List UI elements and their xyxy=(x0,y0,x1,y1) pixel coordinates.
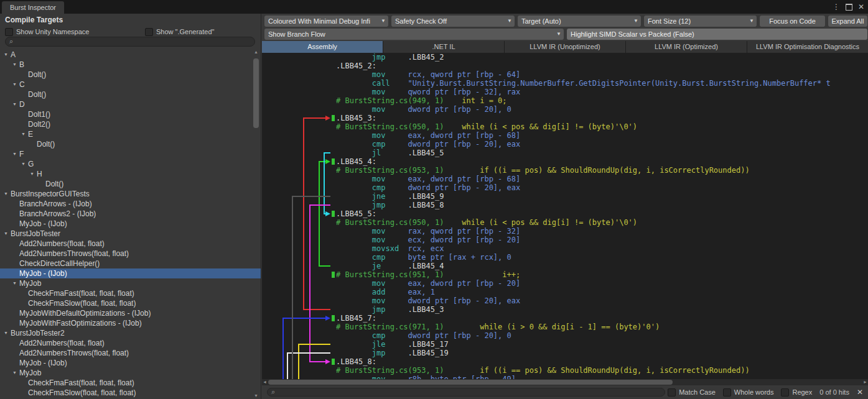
tree-item[interactable]: CheckFmaSlow(float, float, float) xyxy=(0,298,261,308)
show-unity-namespace-toggle[interactable]: Show Unity Namespace xyxy=(5,28,145,36)
tree-item[interactable]: ▼BurstJobTester xyxy=(0,229,261,239)
tree-item[interactable]: MyJob - (IJob) xyxy=(0,219,261,229)
foldout-arrow-icon[interactable]: ▼ xyxy=(30,169,37,179)
tree-item[interactable]: ▼D xyxy=(0,99,261,109)
tree-item[interactable]: Dolt() xyxy=(0,89,261,99)
scroll-down-icon[interactable]: ▼ xyxy=(252,393,260,398)
code-search-field[interactable]: ⌕ xyxy=(267,388,665,397)
tree-item-label: D xyxy=(19,99,25,109)
tree-item[interactable]: ▼B xyxy=(0,60,261,70)
view-tab[interactable]: LLVM IR (Optimized) xyxy=(626,41,747,53)
match-case-toggle[interactable]: Match Case xyxy=(668,388,716,397)
tree-item[interactable]: ▼MyJob xyxy=(0,278,261,288)
target-dropdown[interactable]: Target (Auto) ▼ xyxy=(518,16,641,27)
tree-item[interactable]: Dolt() xyxy=(0,139,261,149)
regex-toggle[interactable]: Regex xyxy=(781,388,812,397)
checkbox-icon[interactable] xyxy=(781,388,789,397)
tree-item[interactable]: Dolt() xyxy=(0,179,261,189)
tree-item[interactable]: Dolt() xyxy=(0,70,261,80)
tree-item[interactable]: ▼F xyxy=(0,149,261,159)
tree-item[interactable]: CheckFmaFast(float, float, float) xyxy=(0,378,261,388)
debug-information-dropdown[interactable]: Coloured With Minimal Debug Infi ▼ xyxy=(264,16,388,27)
foldout-arrow-icon[interactable]: ▼ xyxy=(12,60,19,70)
foldout-arrow-icon[interactable]: ▼ xyxy=(12,149,19,159)
foldout-arrow-icon[interactable]: ▼ xyxy=(4,328,11,338)
foldout-arrow-icon[interactable]: ▼ xyxy=(4,229,11,239)
tree-item-label: MyJob - (IJob) xyxy=(19,219,67,229)
tree-item[interactable]: ▼BurstInspectorGUITests xyxy=(0,189,261,199)
foldout-arrow-icon[interactable]: ▼ xyxy=(4,189,11,199)
tree-item[interactable]: ▼E xyxy=(0,129,261,139)
window-menu-icon[interactable]: ⋮ xyxy=(833,3,840,11)
tree-scrollbar[interactable]: ▲ ▼ xyxy=(252,50,260,398)
checkbox-icon[interactable] xyxy=(145,28,153,36)
whole-words-toggle[interactable]: Whole words xyxy=(723,388,774,397)
view-tab[interactable]: Assembly xyxy=(262,41,383,53)
horizontal-scrollbar-thumb[interactable] xyxy=(268,380,673,385)
tree-item[interactable]: ▼A xyxy=(0,50,261,60)
tree-item[interactable]: MyJob - (IJob) xyxy=(0,358,261,368)
font-size-dropdown[interactable]: Font Size (12) ▼ xyxy=(644,16,757,27)
code-line: .LBB45_2: xyxy=(336,62,868,70)
tree-item[interactable]: CheckDirectCallHelper() xyxy=(0,259,261,268)
tree-item[interactable]: MyJob - (IJob) xyxy=(0,268,261,278)
tree-item[interactable]: Add2Numbers(float, float) xyxy=(0,239,261,249)
foldout-arrow-icon[interactable]: ▼ xyxy=(21,129,28,139)
tree-item[interactable]: CheckFmaSlow(float, float, float) xyxy=(0,388,261,398)
scroll-up-icon[interactable]: ▲ xyxy=(252,50,260,54)
tree-item[interactable]: Add2NumbersThrows(float, float) xyxy=(0,348,261,358)
code-line: mov eax, dword ptr [rbp - 68] xyxy=(336,175,868,183)
assembly-code-view[interactable]: jmp .LBB45_2.LBB45_2: mov rcx, qword ptr… xyxy=(262,53,868,379)
tree-item[interactable]: Dolt1() xyxy=(0,109,261,119)
checkbox-icon[interactable] xyxy=(5,28,13,36)
show-branch-flow-dropdown[interactable]: Show Branch Flow ▼ xyxy=(264,29,564,40)
tree-item[interactable]: CheckFmaFast(float, float, float) xyxy=(0,288,261,298)
foldout-arrow-icon[interactable]: ▼ xyxy=(12,99,19,109)
tree-item[interactable]: MyJobWithDefaultOptimizations - (IJob) xyxy=(0,308,261,318)
search-icon: ⌕ xyxy=(271,388,275,395)
scroll-right-icon[interactable]: ► xyxy=(863,379,867,385)
highlight-simd-button[interactable]: Highlight SIMD Scalar vs Packed (False) xyxy=(567,29,867,40)
window-tab-burst-inspector[interactable]: Burst Inspector xyxy=(2,1,64,14)
code-line: mov eax, dword ptr [rbp - 68] xyxy=(336,131,868,140)
tree-item[interactable]: Add2NumbersThrows(float, float) xyxy=(0,249,261,259)
tree-item[interactable]: ▼C xyxy=(0,80,261,89)
tree-item-label: Dolt1() xyxy=(28,109,50,119)
view-tab[interactable]: .NET IL xyxy=(383,41,505,53)
code-line: jmp .LBB45_3 xyxy=(336,305,868,314)
tree-scrollbar-thumb[interactable] xyxy=(253,58,259,128)
tree-item[interactable]: ▼BurstJobTester2 xyxy=(0,328,261,338)
tree-item[interactable]: MyJobWithFastOptimizations - (IJob) xyxy=(0,318,261,328)
foldout-arrow-icon[interactable]: ▼ xyxy=(12,278,19,288)
maximize-icon[interactable] xyxy=(846,4,852,11)
tree-item[interactable]: ▼MyJob xyxy=(0,368,261,378)
tree-item[interactable]: BranchArrows2 - (IJob) xyxy=(0,209,261,219)
safety-check-dropdown[interactable]: Safety Check Off ▼ xyxy=(391,16,515,27)
tree-item-label: BurstJobTester xyxy=(11,229,60,239)
tree-item[interactable]: ▼G xyxy=(0,159,261,169)
compile-targets-tree: ▼A▼BDolt()▼CDolt()▼DDolt1()Dolt2()▼EDolt… xyxy=(0,50,261,399)
checkbox-icon[interactable] xyxy=(723,388,731,397)
code-line: jmp .LBB45_8 xyxy=(336,201,868,209)
tree-item[interactable]: Dolt2() xyxy=(0,119,261,129)
foldout-arrow-icon[interactable]: ▼ xyxy=(12,80,19,89)
view-tab[interactable]: LLVM IR (Unoptimized) xyxy=(505,41,626,53)
foldout-arrow-icon[interactable]: ▼ xyxy=(4,50,11,60)
code-horizontal-scrollbar[interactable]: ◄ ► xyxy=(262,379,868,385)
close-search-icon[interactable]: ✕ xyxy=(857,388,863,397)
tree-item[interactable]: BranchArrows - (IJob) xyxy=(0,199,261,209)
focus-on-code-button[interactable]: Focus on Code xyxy=(760,16,825,27)
tree-item[interactable]: Add2Numbers(float, float) xyxy=(0,338,261,348)
show-generated-toggle[interactable]: Show ".Generated" xyxy=(145,28,214,36)
code-line: je .LBB45_4 xyxy=(336,262,868,270)
view-tab[interactable]: LLVM IR Optimisation Diagnostics xyxy=(747,41,868,53)
foldout-arrow-icon[interactable]: ▼ xyxy=(12,368,19,378)
checkbox-icon[interactable] xyxy=(668,388,676,397)
close-window-icon[interactable]: ✕ xyxy=(858,3,864,11)
foldout-arrow-icon[interactable]: ▼ xyxy=(21,159,28,169)
expand-all-button[interactable]: Expand All xyxy=(828,16,867,27)
scroll-left-icon[interactable]: ◄ xyxy=(263,379,267,385)
code-search-input[interactable] xyxy=(275,388,661,396)
targets-search-input[interactable]: ⌕ xyxy=(5,37,255,47)
tree-item[interactable]: ▼H xyxy=(0,169,261,179)
